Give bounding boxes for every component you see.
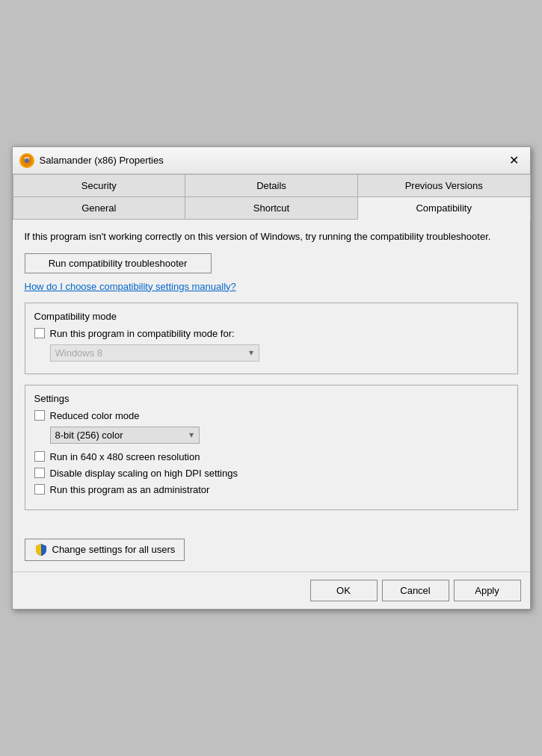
dpi-label: Disable display scaling on high DPI sett… xyxy=(50,468,238,479)
admin-row: Run this program as an administrator xyxy=(34,484,508,495)
compat-mode-select-row: Windows 8 Windows 7 Windows Vista (SP2) … xyxy=(50,344,508,362)
settings-group: Settings Reduced color mode 8-bit (256) … xyxy=(25,385,518,510)
compatibility-mode-group: Compatibility mode Run this program in c… xyxy=(25,303,518,374)
color-select-wrapper: 8-bit (256) color 16-bit (65536) color xyxy=(50,427,200,444)
dpi-row: Disable display scaling on high DPI sett… xyxy=(34,468,508,479)
tab-details[interactable]: Details xyxy=(185,174,358,196)
shield-icon xyxy=(34,543,48,557)
settings-label: Settings xyxy=(34,393,508,404)
resolution-row: Run in 640 x 480 screen resolution xyxy=(34,451,508,462)
dialog-window: Salamander (x86) Properties ✕ Security D… xyxy=(12,146,531,609)
svg-point-1 xyxy=(25,158,29,163)
button-bar: OK Cancel Apply xyxy=(13,571,530,609)
apply-button[interactable]: Apply xyxy=(454,580,521,601)
compat-mode-checkbox-row: Run this program in compatibility mode f… xyxy=(34,328,508,339)
tab-security[interactable]: Security xyxy=(13,174,186,196)
admin-checkbox[interactable] xyxy=(34,484,45,495)
compat-mode-select-wrapper: Windows 8 Windows 7 Windows Vista (SP2) … xyxy=(50,344,259,362)
cancel-button[interactable]: Cancel xyxy=(382,580,449,601)
tab-shortcut[interactable]: Shortcut xyxy=(185,196,358,219)
title-bar: Salamander (x86) Properties ✕ xyxy=(13,147,530,174)
compat-mode-select[interactable]: Windows 8 Windows 7 Windows Vista (SP2) … xyxy=(50,344,259,362)
dpi-checkbox[interactable] xyxy=(34,468,45,478)
intro-text: If this program isn't working correctly … xyxy=(25,230,518,244)
ok-button[interactable]: OK xyxy=(310,580,378,601)
reduced-color-row: Reduced color mode xyxy=(34,410,508,421)
resolution-label: Run in 640 x 480 screen resolution xyxy=(50,451,200,462)
run-compatibility-troubleshooter-button[interactable]: Run compatibility troubleshooter xyxy=(25,253,212,273)
reduced-color-checkbox[interactable] xyxy=(34,410,45,421)
close-button[interactable]: ✕ xyxy=(505,151,524,170)
top-tabs: Security Details Previous Versions xyxy=(13,174,530,197)
reduced-color-label: Reduced color mode xyxy=(50,410,140,421)
tab-general[interactable]: General xyxy=(13,196,186,219)
help-link[interactable]: How do I choose compatibility settings m… xyxy=(25,281,518,292)
compat-mode-checkbox[interactable] xyxy=(34,328,45,338)
main-content: If this program isn't working correctly … xyxy=(13,220,530,530)
app-icon xyxy=(19,152,35,169)
title-bar-text: Salamander (x86) Properties xyxy=(40,155,505,166)
bottom-tabs: General Shortcut Compatibility xyxy=(13,196,530,220)
tab-previous-versions[interactable]: Previous Versions xyxy=(357,174,531,196)
color-select-row: 8-bit (256) color 16-bit (65536) color xyxy=(50,427,508,444)
compatibility-mode-label: Compatibility mode xyxy=(34,311,508,322)
admin-label: Run this program as an administrator xyxy=(50,484,210,495)
compat-mode-checkbox-label: Run this program in compatibility mode f… xyxy=(50,328,235,339)
change-settings-label: Change settings for all users xyxy=(52,544,176,555)
color-select[interactable]: 8-bit (256) color 16-bit (65536) color xyxy=(50,427,200,444)
bottom-area: Change settings for all users xyxy=(13,531,530,571)
change-settings-button[interactable]: Change settings for all users xyxy=(25,539,185,561)
tab-compatibility[interactable]: Compatibility xyxy=(357,196,531,220)
resolution-checkbox[interactable] xyxy=(34,451,45,462)
